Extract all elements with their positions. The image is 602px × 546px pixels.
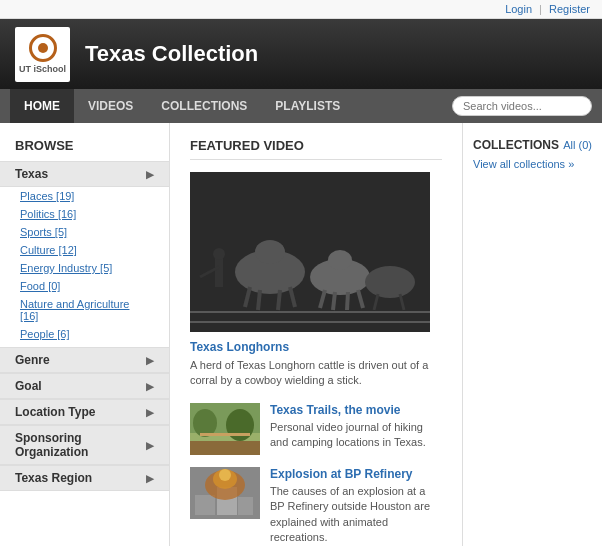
browse-title: BROWSE — [0, 138, 169, 161]
video-list-info-explosion: Explosion at BP Refinery The causes of a… — [270, 467, 442, 546]
list-item: Texas Trails, the movie Personal video j… — [190, 403, 442, 455]
sidebar-link-nature[interactable]: Nature and Agriculture [16] — [0, 295, 169, 325]
svg-line-5 — [278, 290, 280, 310]
collections-all-link[interactable]: All (0) — [563, 139, 592, 151]
video-desc-explosion: The causes of an explosion at a BP Refin… — [270, 484, 442, 546]
collections-header: COLLECTIONS All (0) — [473, 138, 592, 152]
register-link[interactable]: Register — [549, 3, 590, 15]
sidebar-link-culture[interactable]: Culture [12] — [0, 241, 169, 259]
login-link[interactable]: Login — [505, 3, 532, 15]
video-thumb-trails[interactable] — [190, 403, 260, 455]
nav-playlists[interactable]: PLAYLISTS — [261, 89, 354, 123]
svg-point-24 — [193, 409, 217, 437]
sidebar-link-sports[interactable]: Sports [5] — [0, 223, 169, 241]
featured-section-title: FEATURED VIDEO — [190, 138, 442, 160]
video-title-explosion[interactable]: Explosion at BP Refinery — [270, 467, 442, 481]
sidebar-link-politics[interactable]: Politics [16] — [0, 205, 169, 223]
main-content: BROWSE Texas ▶ Places [19] Politics [16]… — [0, 123, 602, 546]
sidebar-item-genre[interactable]: Genre ▶ — [0, 347, 169, 373]
sidebar-genre-label: Genre — [15, 353, 50, 367]
svg-line-11 — [347, 292, 348, 310]
search-input[interactable] — [463, 100, 581, 112]
chevron-right-icon-region: ▶ — [146, 473, 154, 484]
search-box[interactable] — [452, 96, 592, 116]
video-desc-trails: Personal video journal of hiking and cam… — [270, 420, 442, 451]
sidebar-item-texas-region[interactable]: Texas Region ▶ — [0, 465, 169, 491]
chevron-right-icon-sponsor: ▶ — [146, 440, 154, 451]
chevron-right-icon: ▶ — [146, 169, 154, 180]
featured-video-thumbnail[interactable] — [190, 172, 430, 332]
sidebar: BROWSE Texas ▶ Places [19] Politics [16]… — [0, 123, 170, 546]
svg-point-8 — [328, 250, 352, 270]
logo-icon-inner — [38, 43, 48, 53]
list-item: Explosion at BP Refinery The causes of a… — [190, 467, 442, 546]
svg-point-17 — [213, 248, 225, 260]
svg-line-10 — [333, 292, 335, 310]
sidebar-location-label: Location Type — [15, 405, 95, 419]
chevron-right-icon-genre: ▶ — [146, 355, 154, 366]
nav-videos[interactable]: VIDEOS — [74, 89, 147, 123]
svg-rect-0 — [190, 172, 430, 332]
sidebar-sponsor-label: Sponsoring Organization — [15, 431, 146, 459]
collections-title: COLLECTIONS — [473, 138, 559, 152]
sidebar-link-energy[interactable]: Energy Industry [5] — [0, 259, 169, 277]
svg-rect-30 — [238, 497, 253, 515]
svg-line-4 — [258, 290, 260, 310]
logo: UT iSchool — [15, 27, 70, 82]
view-all-collections-link[interactable]: View all collections » — [473, 158, 592, 170]
svg-rect-16 — [215, 257, 223, 287]
chevron-right-icon-goal: ▶ — [146, 381, 154, 392]
navbar: HOME VIDEOS COLLECTIONS PLAYLISTS — [0, 89, 602, 123]
video-thumb-explosion[interactable] — [190, 467, 260, 519]
svg-point-13 — [365, 266, 415, 298]
featured-video-description: A herd of Texas Longhorn cattle is drive… — [190, 358, 442, 389]
collections-panel: COLLECTIONS All (0) View all collections… — [462, 123, 602, 546]
sidebar-region-label: Texas Region — [15, 471, 92, 485]
sidebar-item-location-type[interactable]: Location Type ▶ — [0, 399, 169, 425]
svg-point-33 — [219, 469, 231, 481]
logo-icon — [29, 34, 57, 62]
site-title: Texas Collection — [85, 41, 258, 67]
sidebar-item-texas[interactable]: Texas ▶ — [0, 161, 169, 187]
explosion-thumb-image — [190, 467, 260, 519]
logo-text: UT iSchool — [19, 64, 66, 74]
sidebar-item-sponsoring-org[interactable]: Sponsoring Organization ▶ — [0, 425, 169, 465]
nav-collections[interactable]: COLLECTIONS — [147, 89, 261, 123]
nav-home[interactable]: HOME — [10, 89, 74, 123]
sidebar-category-label: Texas — [15, 167, 48, 181]
svg-point-2 — [255, 240, 285, 264]
sidebar-goal-label: Goal — [15, 379, 42, 393]
trails-thumb-image — [190, 403, 260, 455]
center-content: FEATURED VIDEO — [170, 123, 462, 546]
chevron-right-icon-location: ▶ — [146, 407, 154, 418]
svg-rect-28 — [195, 495, 215, 515]
site-header: UT iSchool Texas Collection — [0, 19, 602, 89]
sidebar-item-goal[interactable]: Goal ▶ — [0, 373, 169, 399]
svg-rect-26 — [200, 433, 250, 436]
cow-scene-image — [190, 172, 430, 332]
svg-point-25 — [226, 409, 254, 441]
sidebar-link-places[interactable]: Places [19] — [0, 187, 169, 205]
sidebar-link-food[interactable]: Food [0] — [0, 277, 169, 295]
featured-video-title[interactable]: Texas Longhorns — [190, 340, 442, 354]
video-list-info-trails: Texas Trails, the movie Personal video j… — [270, 403, 442, 451]
link-separator: | — [539, 3, 542, 15]
video-title-trails[interactable]: Texas Trails, the movie — [270, 403, 442, 417]
sidebar-link-people[interactable]: People [6] — [0, 325, 169, 343]
